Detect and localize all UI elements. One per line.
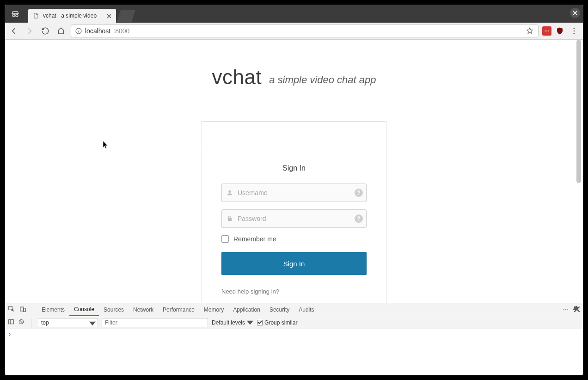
svg-point-14 (567, 309, 568, 310)
scrollbar-thumb[interactable] (576, 40, 581, 183)
devtools-panel: ElementsConsoleSourcesNetworkPerformance… (5, 303, 583, 375)
devtools-tab-application[interactable]: Application (228, 303, 265, 316)
devtools-tab-memory[interactable]: Memory (199, 303, 228, 316)
forward-button[interactable] (24, 25, 36, 37)
checkbox-checked-icon (257, 320, 263, 325)
execution-context-value: top (41, 319, 49, 326)
password-field[interactable]: ? (221, 209, 367, 228)
incognito-icon (9, 9, 22, 20)
new-tab-button[interactable] (117, 10, 135, 22)
devtools-tab-sources[interactable]: Sources (99, 303, 129, 316)
url-host: localhost (85, 27, 110, 35)
svg-point-6 (574, 28, 575, 29)
svg-point-8 (574, 33, 575, 34)
console-output[interactable]: › (5, 329, 583, 375)
log-levels-label: Default levels (212, 319, 245, 326)
bookmark-star-icon[interactable] (525, 26, 534, 36)
viewport-scrollbar[interactable] (576, 40, 581, 303)
browser-toolbar: localhost:8000 (5, 23, 583, 40)
browser-tab-active[interactable]: vchat - a simple video (28, 9, 116, 23)
tab-close-icon[interactable] (107, 13, 111, 18)
group-similar-checkbox[interactable]: Group similar (257, 319, 297, 326)
svg-point-12 (564, 309, 564, 310)
clear-console-icon[interactable] (18, 319, 24, 326)
extension-ublock-icon[interactable] (555, 26, 564, 36)
devtools-menu-icon[interactable] (563, 306, 569, 314)
console-toolbar: top Default levels Group similar (5, 316, 583, 329)
remember-me-label: Remember me (233, 235, 276, 243)
devtools-tab-console[interactable]: Console (69, 303, 99, 316)
console-filter-input[interactable] (102, 318, 208, 327)
inspect-element-icon[interactable] (8, 306, 15, 314)
login-heading: Sign In (221, 164, 367, 172)
brand-tagline: a simple video chat app (269, 74, 376, 89)
group-similar-label: Group similar (264, 319, 297, 326)
username-field[interactable]: ? (221, 184, 367, 202)
signin-button[interactable]: Sign In (221, 252, 367, 275)
tab-title: vchat - a simple video (43, 12, 103, 19)
site-info-icon[interactable] (75, 27, 82, 35)
log-levels-select[interactable]: Default levels (212, 319, 253, 326)
devtools-tab-performance[interactable]: Performance (158, 303, 199, 316)
svg-point-1 (16, 14, 18, 17)
reload-button[interactable] (39, 25, 51, 37)
page-content: vchat a simple video chat app Sign In ? (5, 40, 583, 303)
remember-me-checkbox[interactable]: Remember me (221, 235, 367, 243)
svg-point-13 (565, 309, 566, 310)
extension-lastpass-icon[interactable] (542, 26, 551, 36)
console-filter-text[interactable] (105, 319, 205, 327)
svg-point-4 (546, 31, 547, 31)
svg-rect-15 (9, 319, 14, 324)
back-button[interactable] (8, 25, 20, 37)
brand-header: vchat a simple video chat app (212, 66, 376, 89)
console-settings-icon[interactable] (573, 305, 579, 313)
page-viewport: vchat a simple video chat app Sign In ? (5, 40, 583, 303)
login-card-header (202, 122, 386, 149)
help-signing-in-link[interactable]: Need help signing in? (221, 288, 367, 295)
browser-menu-button[interactable] (568, 25, 580, 37)
caret-down-icon (89, 320, 96, 328)
home-button[interactable] (55, 25, 67, 37)
svg-point-0 (12, 14, 15, 17)
tab-strip: vchat - a simple video (5, 5, 583, 23)
username-input[interactable] (238, 184, 351, 202)
devtools-tab-network[interactable]: Network (129, 303, 158, 316)
devtools-tab-elements[interactable]: Elements (37, 303, 69, 316)
console-prompt-icon: › (9, 331, 11, 337)
brand-title: vchat (212, 66, 262, 89)
device-toolbar-icon[interactable] (19, 306, 26, 314)
caret-down-icon (247, 319, 253, 326)
username-help-icon[interactable]: ? (351, 189, 366, 197)
svg-point-7 (574, 31, 575, 32)
console-sidebar-toggle-icon[interactable] (8, 319, 14, 326)
window-close-button[interactable] (570, 8, 580, 18)
browser-window: vchat - a simple video localhost:8000 (5, 5, 583, 375)
password-help-icon[interactable]: ? (351, 215, 366, 223)
devtools-tabbar: ElementsConsoleSourcesNetworkPerformance… (5, 303, 583, 316)
password-input[interactable] (238, 210, 351, 227)
page-favicon-icon (33, 12, 39, 19)
address-bar[interactable]: localhost:8000 (71, 25, 539, 37)
checkbox-icon (221, 235, 229, 243)
url-port: :8000 (113, 27, 129, 35)
svg-point-3 (545, 31, 545, 31)
lock-icon (222, 215, 238, 222)
user-icon (222, 189, 238, 196)
devtools-tab-security[interactable]: Security (265, 303, 294, 316)
devtools-tab-audits[interactable]: Audits (294, 303, 318, 316)
login-card: Sign In ? ? (202, 121, 386, 303)
svg-point-5 (548, 31, 549, 31)
execution-context-select[interactable]: top (38, 318, 98, 327)
